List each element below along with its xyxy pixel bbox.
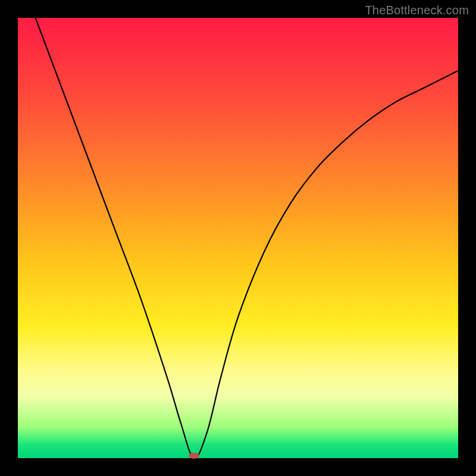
chart-frame: TheBottleneck.com: [0, 0, 476, 476]
watermark-label: TheBottleneck.com: [365, 4, 469, 17]
optimum-marker: [189, 453, 199, 459]
plot-area: [18, 18, 458, 458]
curve-svg: [18, 18, 458, 458]
bottleneck-curve: [36, 18, 458, 458]
